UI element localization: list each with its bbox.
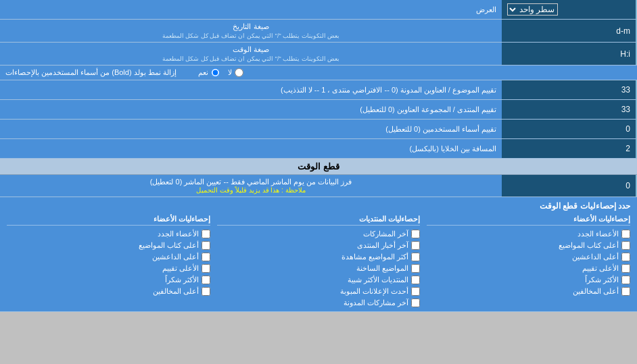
list-item: المواضيع الساخنة xyxy=(217,264,421,273)
row-remove-bold: إزالة نمط بولد (Bold) من أسماء المستخدمي… xyxy=(0,66,637,80)
cb-col2-1[interactable] xyxy=(411,230,420,238)
label-users-names: تقييم أسماء المستخدمين (0 للتعطيل) xyxy=(0,120,502,138)
label-cut-time: فرز البيانات من يوم الماشر الماضي فقط --… xyxy=(0,175,502,197)
col2-header: إحصاءليات المنتديات xyxy=(217,215,421,226)
list-item: أحدث الإعلانات المبوبة xyxy=(217,287,421,296)
checkboxes-grid: إحصاءليات الأعضاء الأعضاء الجدد أعلى كتا… xyxy=(7,215,630,307)
text-time-format[interactable]: H:i xyxy=(507,49,630,59)
list-item: آخر المشاركات xyxy=(217,230,421,238)
cb-col3-5[interactable] xyxy=(202,276,210,284)
cb-col1-6[interactable] xyxy=(621,287,630,296)
row-topics-order: تقييم الموضوع / العناوين المدونة (0 -- ا… xyxy=(0,80,637,100)
text-date-format[interactable]: d-m xyxy=(507,26,630,36)
row-al-ard: العرض سطر واحد سطران ثلاثة أسطر xyxy=(0,0,637,20)
cb-col1-1[interactable] xyxy=(621,230,630,238)
cb-col3-1[interactable] xyxy=(202,230,210,238)
main-container: العرض سطر واحد سطران ثلاثة أسطر صيغة الت… xyxy=(0,0,637,312)
list-item: أعلى كتاب المواضيع xyxy=(427,241,630,250)
cb-col2-7[interactable] xyxy=(411,298,420,307)
list-item: الأكثر شكراً xyxy=(427,276,630,284)
list-item: الأعضاء الجدد xyxy=(7,230,210,238)
cb-col2-5[interactable] xyxy=(411,276,420,284)
section-header-cut-time: قطع الوقت xyxy=(0,159,637,175)
row-users-names: تقييم أسماء المستخدمين (0 للتعطيل) 0 xyxy=(0,120,637,139)
list-item: أكثر المواضيع مشاهدة xyxy=(217,253,421,261)
input-users-names[interactable]: 0 xyxy=(502,120,637,138)
row-time-format: صيغة الوقت بعض التكوينات يتطلب "/" التي … xyxy=(0,43,637,66)
label-distance: المسافة بين الخلايا (بالبكسل) xyxy=(0,139,502,158)
row-date-format: صيغة التاريخ بعض التكوينات يتطلب "/" الت… xyxy=(0,20,637,43)
radio-no[interactable] xyxy=(235,68,243,77)
list-item: الأعضاء الجدد xyxy=(427,230,630,238)
input-time-format[interactable]: H:i xyxy=(502,43,637,65)
list-item: أعلى الداعشين xyxy=(7,253,210,261)
text-cut-time[interactable]: 0 xyxy=(507,181,630,190)
cb-col3-2[interactable] xyxy=(202,241,210,250)
list-item: أعلى كتاب المواضيع xyxy=(7,241,210,250)
input-distance[interactable]: 2 xyxy=(502,139,637,158)
text-topics-order[interactable]: 33 xyxy=(507,85,630,95)
radio-yes[interactable] xyxy=(211,68,220,77)
list-item: أعلى الداعشين xyxy=(427,253,630,261)
cb-col2-2[interactable] xyxy=(411,241,420,250)
input-forum-order[interactable]: 33 xyxy=(502,100,637,119)
label-topics-order: تقييم الموضوع / العناوين المدونة (0 -- ا… xyxy=(0,80,502,99)
text-forum-order[interactable]: 33 xyxy=(507,105,630,114)
row-forum-order: تقييم المنتدى / المجموعة العناوين (0 للت… xyxy=(0,100,637,120)
row-cut-time: فرز البيانات من يوم الماشر الماضي فقط --… xyxy=(0,175,637,197)
list-item: المنتديات الأكثر شبية xyxy=(217,276,421,284)
checkbox-col-2: إحصاءليات المنتديات آخر المشاركات آخر أخ… xyxy=(217,215,421,307)
cb-col3-3[interactable] xyxy=(202,253,210,261)
list-item: الأعلى تقييم xyxy=(7,264,210,273)
list-item: الأكثر شكراً xyxy=(7,276,210,284)
checkbox-col-3: إحصاءليات الأعضاء الأعضاء الجدد أعلى كتا… xyxy=(7,215,210,307)
list-item: أعلى المخالفين xyxy=(427,287,630,296)
label-al-ard: العرض xyxy=(0,0,502,19)
cb-col3-6[interactable] xyxy=(202,287,210,296)
checkbox-col-1: إحصاءليات الأعضاء الأعضاء الجدد أعلى كتا… xyxy=(427,215,630,307)
text-distance[interactable]: 2 xyxy=(507,144,630,153)
cb-col2-6[interactable] xyxy=(411,287,420,296)
cb-col2-3[interactable] xyxy=(411,253,420,261)
select-al-ard[interactable]: سطر واحد سطران ثلاثة أسطر xyxy=(507,3,558,16)
label-time-format: صيغة الوقت بعض التكوينات يتطلب "/" التي … xyxy=(0,43,502,65)
radio-yes-label[interactable]: نعم xyxy=(198,68,220,77)
radio-no-label[interactable]: لا xyxy=(228,68,243,77)
col3-header: إحصاءليات الأعضاء xyxy=(7,215,210,226)
cb-col1-4[interactable] xyxy=(621,264,630,273)
input-date-format[interactable]: d-m xyxy=(502,20,637,42)
input-al-ard[interactable]: سطر واحد سطران ثلاثة أسطر xyxy=(502,0,637,19)
cb-col1-3[interactable] xyxy=(621,253,630,261)
row-distance: المسافة بين الخلايا (بالبكسل) 2 xyxy=(0,139,637,159)
text-users-names[interactable]: 0 xyxy=(507,124,630,134)
list-item: الأعلى تقييم xyxy=(427,264,630,273)
label-date-format: صيغة التاريخ بعض التكوينات يتطلب "/" الت… xyxy=(0,20,502,42)
label-forum-order: تقييم المنتدى / المجموعة العناوين (0 للت… xyxy=(0,100,502,119)
checkboxes-header: حدد إحصاءليات قطع الوقت xyxy=(7,201,630,211)
cb-col1-2[interactable] xyxy=(621,241,630,250)
cb-col2-4[interactable] xyxy=(411,264,420,273)
input-cut-time[interactable]: 0 xyxy=(502,175,637,197)
col1-header: إحصاءليات الأعضاء xyxy=(427,215,630,226)
list-item: آخر مشاركات المدونة xyxy=(217,298,421,307)
checkboxes-section: حدد إحصاءليات قطع الوقت إحصاءليات الأعضا… xyxy=(0,197,637,312)
cb-col1-5[interactable] xyxy=(621,276,630,284)
input-topics-order[interactable]: 33 xyxy=(502,80,637,99)
cb-col3-4[interactable] xyxy=(202,264,210,273)
list-item: أعلى المخالفين xyxy=(7,287,210,296)
label-remove-bold: إزالة نمط بولد (Bold) من أسماء المستخدمي… xyxy=(5,68,176,77)
list-item: آخر أخبار المنتدى xyxy=(217,241,421,250)
